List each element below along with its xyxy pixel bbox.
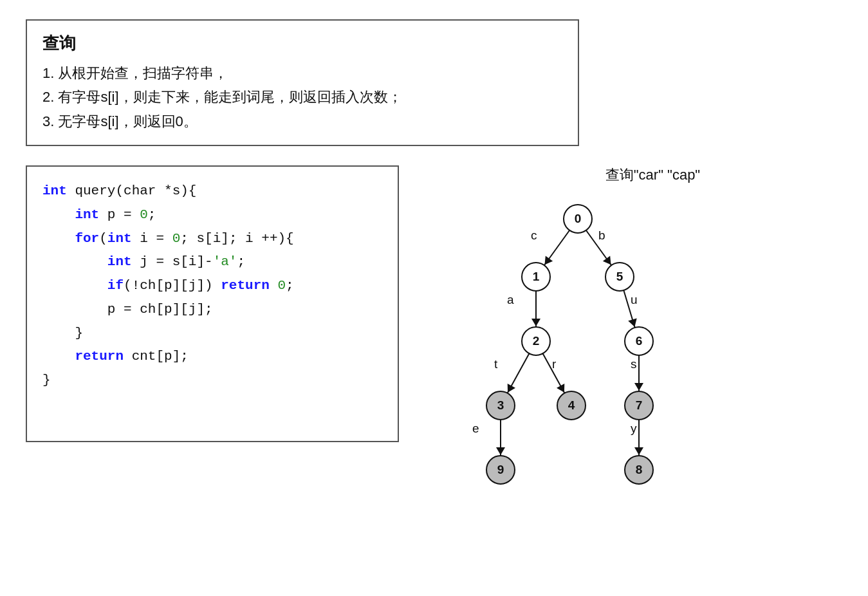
tree-node-0: 0 [563,204,593,234]
tree-node-5: 5 [605,262,634,292]
tree-node-7: 7 [624,391,654,420]
edge-label-s-n6-n7: s [631,357,637,371]
svg-marker-17 [634,447,643,455]
tree-diagram: 0152634798cbautrsey [438,198,695,532]
edge-label-r-n2-n4: r [552,357,556,371]
svg-marker-5 [531,319,540,326]
query-item-1: 1. 从根开始查，扫描字符串， [42,61,562,85]
edge-label-t-n2-n3: t [494,357,497,371]
svg-marker-13 [634,383,643,391]
edge-label-y-n7-n8: y [631,422,637,436]
svg-marker-3 [603,256,611,265]
code-block: int query(char *s){ int p = 0; for(int i… [42,180,382,393]
query-item-2: 2. 有字母s[i]，则走下来，能走到词尾，则返回插入次数； [42,85,562,109]
query-title: 查询 [42,32,562,55]
tree-svg [438,198,695,532]
edge-label-e-n3-n9: e [472,422,479,436]
edge-label-c-n0-n1: c [531,228,537,243]
right-section: 查询"car" "cap" 0152634798cbautrsey [399,165,842,532]
edge-label-u-n5-n6: u [631,293,638,307]
tree-node-1: 1 [521,262,551,292]
tree-node-9: 9 [486,455,515,485]
tree-node-2: 2 [521,326,551,356]
query-description-box: 查询 1. 从根开始查，扫描字符串， 2. 有字母s[i]，则走下来，能走到词尾… [26,19,579,146]
edge-label-a-n1-n2: a [507,293,514,307]
tree-node-4: 4 [557,391,586,420]
query-example-label: 查询"car" "cap" [605,165,700,185]
tree-node-6: 6 [624,326,654,356]
lower-section: int query(char *s){ int p = 0; for(int i… [26,165,842,532]
svg-marker-1 [544,256,553,265]
tree-node-3: 3 [486,391,515,420]
code-container: int query(char *s){ int p = 0; for(int i… [26,165,399,442]
svg-marker-7 [628,319,636,328]
tree-node-8: 8 [624,455,654,485]
query-item-3: 3. 无字母s[i]，则返回0。 [42,109,562,133]
edge-label-b-n0-n5: b [598,228,605,243]
svg-marker-15 [496,447,505,455]
